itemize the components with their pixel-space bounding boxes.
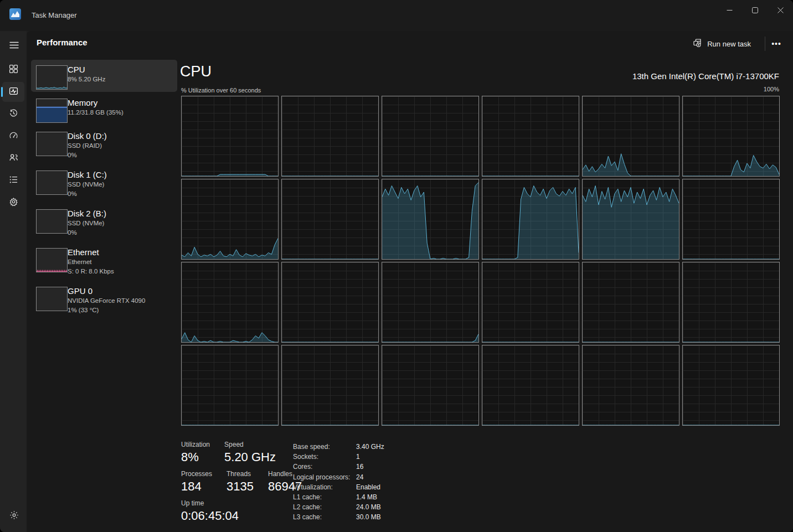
device-subtitle: 0%	[68, 151, 172, 159]
logical-processor-graph-15[interactable]	[482, 262, 579, 343]
detail-row: Cores:16	[293, 462, 384, 472]
stat-utilization: Utilization 8%	[181, 441, 210, 464]
cpu-section-title: CPU	[180, 63, 212, 80]
detail-row: Logical processors:24	[293, 472, 384, 482]
logical-processor-graph-16[interactable]	[582, 262, 679, 343]
settings-button[interactable]	[4, 507, 23, 525]
history-icon	[9, 109, 18, 120]
logical-processor-graph-6[interactable]	[181, 179, 279, 260]
task-manager-app-icon	[9, 8, 21, 20]
performance-icon	[9, 86, 18, 98]
device-item-disk1[interactable]: Disk 1 (C:)SSD (NVMe)0%	[31, 165, 177, 203]
detail-label: L1 cache:	[293, 492, 356, 502]
disk1-mini-chart	[36, 171, 68, 195]
logical-processor-graph-0[interactable]	[181, 96, 279, 177]
device-subtitle: 8% 5.20 GHz	[68, 75, 172, 84]
users-icon	[9, 153, 18, 164]
logical-processor-graph-5[interactable]	[682, 96, 780, 177]
details-icon	[9, 175, 18, 187]
device-title: GPU 0	[68, 286, 172, 296]
menu-toggle-button[interactable]	[4, 35, 23, 54]
logical-processor-graph-2[interactable]	[382, 96, 479, 177]
stat-processes: Processes 184	[181, 470, 212, 494]
logical-processor-graph-12[interactable]	[181, 262, 279, 343]
device-item-disk2[interactable]: Disk 2 (B:)SSD (NVMe)0%	[31, 204, 177, 241]
device-subtitle: S: 0 R: 8.0 Kbps	[68, 267, 172, 276]
minimize-button[interactable]	[717, 0, 742, 20]
logical-processor-graph-14[interactable]	[382, 262, 479, 343]
detail-value: 24.0 MB	[356, 502, 381, 512]
device-title: Disk 0 (D:)	[68, 131, 172, 141]
gpu0-mini-chart	[36, 287, 68, 311]
window-controls	[717, 0, 793, 20]
disk0-mini-chart	[36, 132, 68, 156]
maximize-button[interactable]	[742, 0, 768, 20]
axis-max-label: 100%	[764, 86, 779, 92]
detail-label: Cores:	[293, 462, 356, 472]
close-button[interactable]	[768, 0, 793, 20]
detail-row: L1 cache:1.4 MB	[293, 492, 384, 502]
task-manager-window: Task Manager	[0, 0, 793, 532]
device-item-cpu[interactable]: CPU8% 5.20 GHz	[31, 60, 177, 92]
nav-item-users[interactable]	[2, 148, 24, 168]
device-subtitle: 1% (33 °C)	[68, 306, 172, 314]
logical-processor-graph-19[interactable]	[281, 345, 379, 426]
detail-value: 16	[356, 462, 363, 472]
nav-item-services[interactable]	[2, 193, 24, 213]
logical-processor-graph-3[interactable]	[482, 96, 579, 177]
device-item-gpu0[interactable]: GPU 0NVIDIA GeForce RTX 40901% (33 °C)	[31, 281, 177, 319]
cpu-mini-chart	[36, 65, 68, 90]
memory-mini-chart	[36, 99, 68, 123]
device-subtitle: SSD (NVMe)	[68, 219, 172, 228]
stat-threads: Threads 3135	[226, 470, 254, 494]
logical-processor-graph-22[interactable]	[582, 345, 679, 426]
logical-processor-graph-18[interactable]	[181, 345, 279, 426]
logical-processor-graph-20[interactable]	[382, 345, 479, 426]
device-subtitle: 0%	[68, 190, 172, 198]
nav-item-performance[interactable]	[2, 82, 24, 102]
device-title: Disk 2 (B:)	[68, 209, 172, 218]
page-title: Performance	[37, 38, 87, 47]
logical-processor-graph-23[interactable]	[682, 345, 780, 426]
detail-label: Base speed:	[293, 442, 356, 452]
detail-row: Virtualization:Enabled	[293, 482, 384, 492]
gear-icon	[9, 510, 19, 522]
stat-speed: Speed 5.20 GHz	[224, 441, 276, 464]
cpu-detail-table: Base speed:3.40 GHzSockets:1Cores:16Logi…	[293, 442, 384, 523]
detail-value: 3.40 GHz	[356, 442, 384, 452]
nav-item-app-history[interactable]	[2, 104, 24, 124]
services-icon	[9, 197, 18, 209]
device-subtitle: 11.2/31.8 GB (35%)	[68, 109, 172, 117]
device-subtitle: 0%	[68, 229, 172, 237]
logical-processor-graph-11[interactable]	[682, 179, 780, 260]
device-subtitle: SSD (RAID)	[68, 142, 172, 150]
detail-label: L2 cache:	[293, 502, 356, 512]
logical-processor-graph-8[interactable]	[382, 179, 479, 260]
detail-value: Enabled	[356, 482, 380, 492]
device-item-disk0[interactable]: Disk 0 (D:)SSD (RAID)0%	[31, 126, 177, 164]
logical-processor-graph-4[interactable]	[582, 96, 679, 177]
processes-icon	[9, 64, 18, 76]
logical-processor-graph-7[interactable]	[281, 179, 379, 260]
device-item-ethernet[interactable]: EthernetEthernetS: 0 R: 8.0 Kbps	[31, 242, 177, 280]
detail-value: 24	[356, 472, 363, 482]
logical-processor-graph-21[interactable]	[482, 345, 579, 426]
stat-uptime: Up time 0:06:45:04	[181, 499, 239, 523]
nav-item-details[interactable]	[2, 171, 24, 190]
logical-processor-graph-13[interactable]	[281, 262, 379, 343]
content-panel: Performance Run new task ••• CPU8% 5.20 …	[27, 31, 793, 532]
nav-item-startup-apps[interactable]	[2, 126, 24, 146]
detail-label: Logical processors:	[293, 472, 356, 482]
detail-row: Sockets:1	[293, 452, 384, 462]
logical-processor-graph-17[interactable]	[682, 262, 780, 343]
device-item-memory[interactable]: Memory11.2/31.8 GB (35%)	[31, 93, 177, 125]
window-title: Task Manager	[32, 11, 77, 19]
detail-label: Sockets:	[293, 452, 356, 462]
logical-processor-graph-9[interactable]	[482, 179, 579, 260]
device-subtitle: NVIDIA GeForce RTX 4090	[68, 297, 172, 305]
nav-item-processes[interactable]	[2, 60, 24, 80]
logical-processor-graph-1[interactable]	[281, 96, 379, 177]
logical-processor-graph-10[interactable]	[582, 179, 679, 260]
device-title: CPU	[68, 65, 172, 74]
cpu-detail-area: CPU 13th Gen Intel(R) Core(TM) i7-13700K…	[180, 31, 781, 532]
